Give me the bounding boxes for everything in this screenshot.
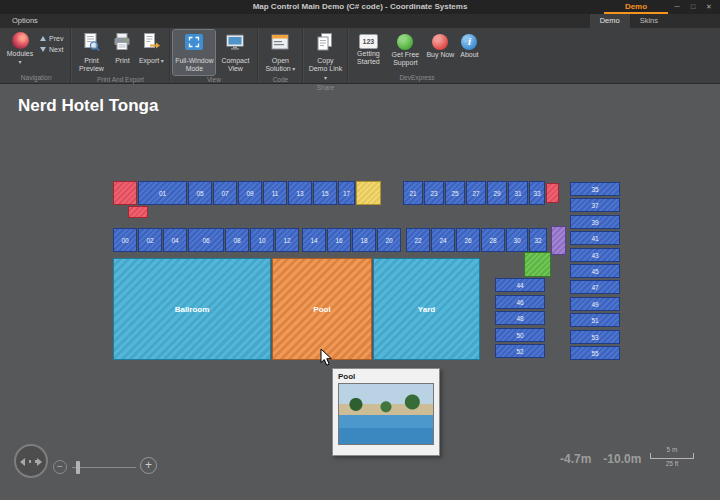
room-27[interactable]: 27	[466, 181, 486, 205]
room-11[interactable]: 11	[263, 181, 287, 205]
ribbon-group-navigation: Modules Prev Next Navigation	[2, 28, 71, 83]
room-23[interactable]: 23	[424, 181, 444, 205]
buy-now-icon	[432, 34, 448, 50]
minimize-button[interactable]: ─	[670, 1, 684, 13]
room-20[interactable]: 20	[377, 228, 401, 252]
tab-skins[interactable]: Skins	[630, 14, 668, 28]
room-30[interactable]: 30	[506, 228, 528, 252]
room-00[interactable]: 00	[113, 228, 137, 252]
maximize-button[interactable]: □	[686, 1, 700, 13]
options-menu[interactable]: Options	[8, 14, 42, 28]
room-01[interactable]: 01	[138, 181, 187, 205]
copy-demo-link-button[interactable]: Copy Demo Link	[306, 30, 344, 83]
room-25[interactable]: 25	[445, 181, 465, 205]
room-08[interactable]: 08	[225, 228, 249, 252]
print-icon	[112, 32, 132, 56]
zoom-in-button[interactable]: +	[140, 457, 157, 474]
titlebar: Map Control Main Demo (C# code) - Coordi…	[0, 0, 720, 14]
room-05[interactable]: 05	[188, 181, 212, 205]
room-02[interactable]: 02	[138, 228, 162, 252]
room-35[interactable]: 35	[570, 182, 620, 196]
room-51[interactable]: 51	[570, 313, 620, 327]
room-28[interactable]: 28	[481, 228, 505, 252]
zoom-slider-track[interactable]	[72, 467, 136, 468]
map-scale: 5 m 25 ft	[648, 446, 696, 467]
room-52[interactable]: 52	[495, 344, 545, 358]
room-29[interactable]: 29	[487, 181, 507, 205]
room-04[interactable]: 04	[163, 228, 187, 252]
room-07[interactable]: 07	[213, 181, 237, 205]
pan-left-icon	[20, 458, 25, 466]
up-arrow-icon	[40, 36, 46, 41]
room-22[interactable]: 22	[406, 228, 430, 252]
room-green[interactable]	[524, 252, 551, 277]
group-label-code: Code	[261, 75, 299, 85]
room-45[interactable]: 45	[570, 264, 620, 278]
room-red[interactable]	[128, 206, 148, 218]
room-16[interactable]: 16	[327, 228, 351, 252]
print-preview-button[interactable]: Print Preview	[74, 30, 108, 75]
pool-tooltip: Pool	[332, 368, 440, 456]
close-button[interactable]: ✕	[702, 1, 716, 13]
tab-demo[interactable]: Demo	[590, 14, 630, 28]
room-purple[interactable]	[551, 226, 566, 255]
room-48[interactable]: 48	[495, 311, 545, 325]
coordinate-y: -10.0m	[603, 452, 641, 466]
room-15[interactable]: 15	[313, 181, 337, 205]
room-33[interactable]: 33	[529, 181, 545, 205]
room-red[interactable]	[546, 183, 559, 203]
room-37[interactable]: 37	[570, 198, 620, 212]
pan-center-dots	[28, 460, 38, 463]
zoom-out-button[interactable]: −	[53, 460, 67, 474]
get-free-support-button[interactable]: Get Free Support	[386, 30, 424, 73]
print-button[interactable]: Print	[109, 30, 135, 75]
copy-icon	[315, 32, 335, 56]
area-yard[interactable]: Yard	[373, 258, 480, 360]
about-button[interactable]: i About	[456, 30, 482, 73]
area-ballroom[interactable]: Ballroom	[113, 258, 271, 360]
down-arrow-icon	[40, 47, 46, 52]
getting-started-button[interactable]: 123 Getting Started	[351, 30, 385, 73]
room-43[interactable]: 43	[570, 248, 620, 262]
room-26[interactable]: 26	[456, 228, 480, 252]
full-window-mode-button[interactable]: Full-Window Mode	[173, 30, 215, 75]
area-pool[interactable]: Pool	[272, 258, 372, 360]
room-17[interactable]: 17	[338, 181, 355, 205]
room-10[interactable]: 10	[250, 228, 274, 252]
room-06[interactable]: 06	[188, 228, 224, 252]
room-41[interactable]: 41	[570, 231, 620, 245]
zoom-slider-thumb[interactable]	[76, 461, 80, 474]
modules-button[interactable]: Modules	[5, 30, 35, 73]
export-button[interactable]: Export	[136, 30, 166, 75]
room-39[interactable]: 39	[570, 215, 620, 229]
next-button[interactable]: Next	[38, 46, 65, 53]
map-title: Nerd Hotel Tonga	[18, 96, 158, 116]
prev-button[interactable]: Prev	[38, 35, 65, 42]
compact-view-button[interactable]: Compact View	[216, 30, 254, 75]
tooltip-title: Pool	[333, 369, 439, 383]
room-09[interactable]: 09	[238, 181, 262, 205]
room-18[interactable]: 18	[352, 228, 376, 252]
pan-control[interactable]	[14, 444, 48, 478]
room-12[interactable]: 12	[275, 228, 299, 252]
room-yellow[interactable]	[356, 181, 381, 205]
room-24[interactable]: 24	[431, 228, 455, 252]
room-50[interactable]: 50	[495, 328, 545, 342]
room-44[interactable]: 44	[495, 278, 545, 292]
room-46[interactable]: 46	[495, 295, 545, 309]
room-47[interactable]: 47	[570, 280, 620, 294]
room-21[interactable]: 21	[403, 181, 423, 205]
group-label-devexpress: DevExpress	[351, 73, 482, 83]
buy-now-button[interactable]: Buy Now	[425, 30, 455, 73]
room-red[interactable]	[113, 181, 137, 205]
full-window-mode-icon	[184, 32, 204, 56]
room-13[interactable]: 13	[288, 181, 312, 205]
room-49[interactable]: 49	[570, 297, 620, 311]
room-31[interactable]: 31	[508, 181, 528, 205]
room-55[interactable]: 55	[570, 346, 620, 360]
open-solution-button[interactable]: Open Solution	[261, 30, 299, 75]
room-14[interactable]: 14	[302, 228, 326, 252]
room-53[interactable]: 53	[570, 330, 620, 344]
compact-view-icon	[225, 32, 245, 56]
room-32[interactable]: 32	[529, 228, 547, 252]
